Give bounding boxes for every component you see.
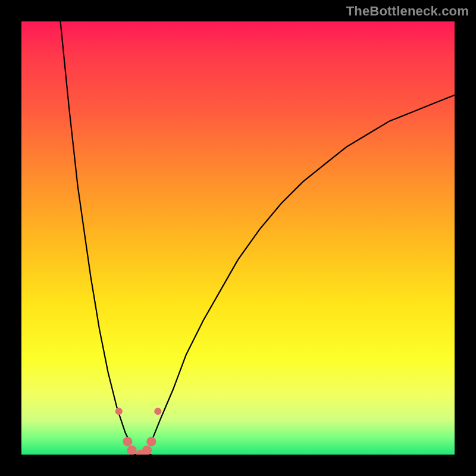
marker-dot [142, 446, 152, 455]
curve-svg [21, 21, 455, 455]
marker-dot [123, 437, 132, 446]
marker-dot [127, 446, 137, 455]
curve-left [61, 21, 130, 441]
chart-frame: TheBottleneck.com [0, 0, 476, 476]
marker-dot [146, 437, 156, 446]
marker-dot [154, 408, 161, 415]
marker-dot [115, 408, 123, 415]
curve-right [151, 95, 455, 441]
markers-group [115, 408, 161, 455]
plot-area [21, 21, 455, 455]
curve-group [61, 21, 455, 455]
watermark-text: TheBottleneck.com [346, 4, 469, 19]
